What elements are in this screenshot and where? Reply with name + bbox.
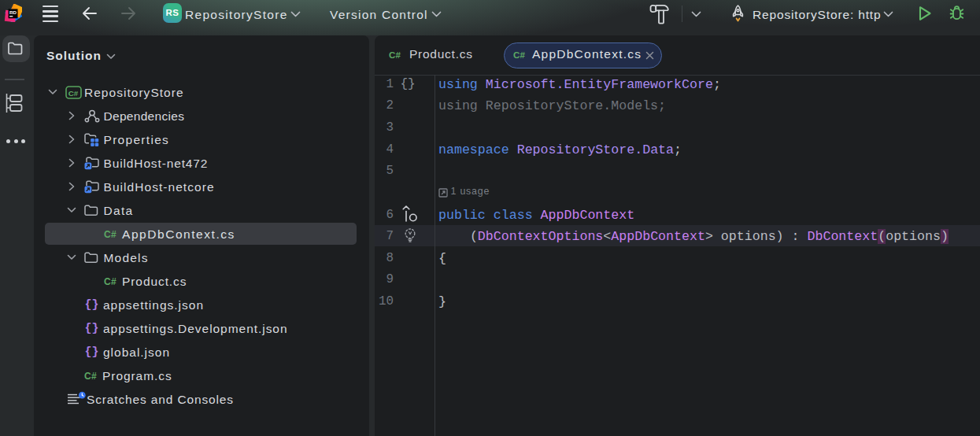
- svg-text:C#: C#: [513, 50, 526, 60]
- svg-text:C#: C#: [104, 229, 116, 239]
- svg-text:RD: RD: [9, 9, 17, 15]
- svg-text:C#: C#: [68, 89, 79, 98]
- svg-text:C#: C#: [104, 276, 116, 286]
- svg-text:C#: C#: [84, 371, 97, 381]
- svg-text:C#: C#: [389, 50, 401, 60]
